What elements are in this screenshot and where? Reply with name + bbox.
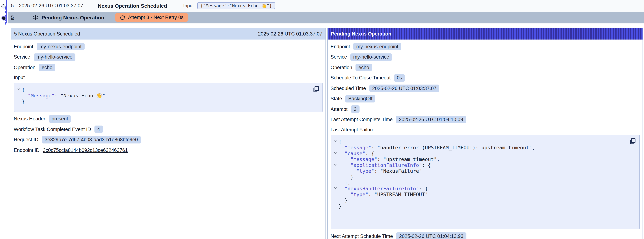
chevron-spacer [332, 203, 339, 209]
field-value-badge: my-hello-service [34, 53, 76, 60]
scheduled-panel-header: 5 Nexus Operation Scheduled 2025-02-26 U… [11, 28, 326, 40]
chevron-spacer [16, 98, 22, 104]
field-attempt: Attempt 3 [330, 105, 640, 113]
scheduled-event-panel: 5 Nexus Operation Scheduled 2025-02-26 U… [10, 28, 326, 239]
json-code-text: } [339, 203, 342, 209]
field-service: Service my-hello-service [330, 53, 640, 61]
field-value-badge: 3e829b7e-7d67-4b08-aad3-b1e868bfe9e0 [42, 136, 141, 143]
json-code-line: } [16, 98, 310, 104]
json-code-text: } [339, 197, 348, 203]
field-value-badge: my-hello-service [350, 53, 392, 60]
field-state: State BackingOff [330, 94, 640, 103]
json-code-text: "cause": { [339, 150, 374, 156]
retry-attempt-badge: Attempt 3 · Next Retry 0s [115, 13, 188, 22]
event-history-view: 5 2025-02-26 UTC 01:03:37.07 Nexus Opera… [0, 0, 644, 239]
json-code-text: }, [339, 180, 350, 186]
scheduled-panel-title: 5 Nexus Operation Scheduled [14, 31, 80, 36]
field-label: Operation [14, 64, 36, 70]
json-code-text: "nexusHandlerFailureInfo": { [339, 186, 428, 192]
field-value-badge: echo [39, 64, 56, 71]
field-label: Service [330, 54, 347, 60]
field-label: Scheduled Time [330, 86, 366, 91]
chevron-spacer [332, 168, 339, 174]
field-scheduled-time: Scheduled Time 2025-02-26 UTC 01:03:37.0… [330, 84, 640, 92]
field-endpoint: Endpoint my-nexus-endpoint [14, 42, 323, 50]
collapse-chevron-icon[interactable] [332, 150, 339, 156]
chevron-spacer [16, 92, 22, 98]
chevron-spacer [332, 180, 339, 186]
timeline-node-current-icon [1, 16, 6, 20]
field-label: Workflow Task Completed Event ID [14, 126, 91, 132]
field-operation: Operation echo [14, 63, 323, 71]
scheduled-panel-timestamp: 2025-02-26 UTC 01:03:37.07 [258, 31, 322, 36]
field-wft-completed-event-id: Workflow Task Completed Event ID 4 [14, 125, 323, 133]
collapse-chevron-icon[interactable] [332, 162, 339, 168]
endpoint-id-link[interactable]: 3c0c75ccfa8144b092c13ce632463761 [43, 147, 128, 153]
json-code-text: } [339, 174, 354, 180]
retry-icon [120, 15, 125, 20]
chevron-spacer [332, 144, 339, 150]
timeline-line [6, 0, 7, 23]
collapse-chevron-icon[interactable] [16, 86, 22, 92]
retry-badge-text: Attempt 3 · Next Retry 0s [128, 15, 184, 20]
json-code-text: "Message": "Nexus Echo 👋" [22, 92, 105, 98]
pending-event-id-link[interactable]: 5 [11, 15, 14, 20]
pending-operation-panel: Pending Nexus Operation Endpoint my-nexu… [327, 28, 643, 239]
json-code-text: "type": "UPSTREAM_TIMEOUT" [339, 192, 428, 197]
field-endpoint: Endpoint my-nexus-endpoint [330, 42, 640, 50]
field-label: Endpoint [14, 44, 33, 49]
collapse-chevron-icon[interactable] [332, 139, 339, 144]
json-code-line: "message": "handler error (UPSTREAM_TIME… [332, 144, 627, 150]
json-code-text: } [22, 98, 25, 104]
json-code-line: { [332, 139, 627, 144]
field-schedule-to-close-timeout: Schedule To Close Timeout 0s [330, 74, 640, 82]
json-code-line: "type": "NexusFailure" [332, 168, 627, 174]
field-value-badge: 2025-02-26 UTC 01:04:10.09 [396, 116, 466, 123]
event-detail-panels: 5 Nexus Operation Scheduled 2025-02-26 U… [10, 28, 643, 239]
field-label: Nexus Header [14, 116, 46, 122]
field-nexus-header: Nexus Header present [14, 115, 323, 123]
json-code-text: "message": "upstream timeout", [339, 156, 440, 162]
copy-icon[interactable] [630, 138, 636, 144]
pending-asterisk-icon [32, 14, 38, 20]
field-value-badge: my-nexus-endpoint [36, 43, 84, 50]
field-label: Last Attempt Complete Time [330, 117, 393, 122]
field-value-badge: BackingOff [346, 95, 376, 102]
pending-title: Pending Nexus Operation [42, 14, 104, 20]
event-timestamp: 2025-02-26 UTC 01:03:37.07 [19, 3, 83, 8]
event-row-pending[interactable]: 5 Pending Nexus Operation Attempt 3 · Ne… [8, 12, 644, 24]
json-code-line: "Message": "Nexus Echo 👋" [16, 92, 310, 98]
field-input-label: Input [14, 74, 323, 81]
field-label: Request ID [14, 137, 38, 142]
field-label: Schedule To Close Timeout [330, 75, 391, 80]
json-code-text: "message": "handler error (UPSTREAM_TIME… [339, 144, 535, 150]
field-label: Operation [330, 64, 352, 70]
json-code-line: "cause": { [332, 150, 627, 156]
last-attempt-failure-json-block: { "message": "handler error (UPSTREAM_TI… [330, 135, 640, 229]
pending-panel-title: Pending Nexus Operation [331, 31, 392, 36]
field-label: Endpoint ID [14, 147, 40, 153]
field-operation: Operation echo [330, 63, 640, 71]
json-code-line: } [332, 174, 627, 180]
json-code-line: }, [332, 180, 627, 186]
event-id-link[interactable]: 5 [11, 3, 14, 8]
field-next-attempt-schedule-time: Next Attempt Schedule Time 2025-02-26 UT… [330, 232, 640, 239]
json-code-text: { [339, 139, 342, 144]
field-value-badge: 2025-02-26 UTC 01:04:13.93 [396, 232, 466, 239]
json-code-line: "type": "UPSTREAM_TIMEOUT" [332, 192, 627, 197]
field-value-badge: 4 [94, 126, 103, 133]
event-row-scheduled[interactable]: 5 2025-02-26 UTC 01:03:37.07 Nexus Opera… [8, 0, 644, 12]
copy-icon[interactable] [313, 86, 319, 92]
field-label: Service [14, 54, 30, 60]
event-input-chip: {"Message":"Nexus Echo 👋"} [198, 2, 275, 9]
field-value-badge: 0s [394, 74, 405, 82]
pending-panel-header: Pending Nexus Operation [328, 28, 642, 40]
collapse-chevron-icon[interactable] [332, 186, 339, 192]
field-value-badge: present [49, 115, 71, 122]
field-service: Service my-hello-service [14, 53, 323, 61]
json-code-text: { [22, 86, 25, 92]
field-endpoint-id: Endpoint ID 3c0c75ccfa8144b092c13ce63246… [14, 146, 323, 154]
chevron-spacer [332, 197, 339, 203]
event-title: Nexus Operation Scheduled [98, 3, 167, 9]
field-value-badge: my-nexus-endpoint [353, 43, 401, 50]
